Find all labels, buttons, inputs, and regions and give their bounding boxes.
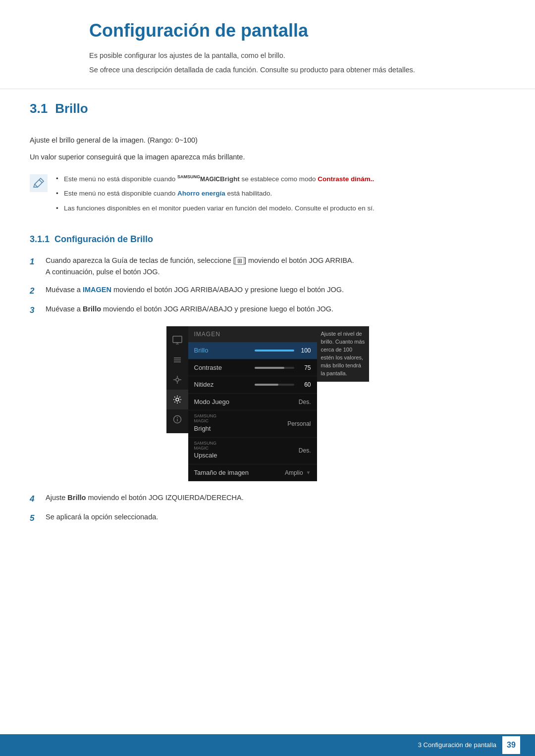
- svg-rect-0: [30, 174, 48, 192]
- step-2: 2 Muévase a IMAGEN moviendo el botón JOG…: [30, 284, 505, 298]
- sidebar-icons: [166, 326, 188, 433]
- sidebar-icon-crosshair: [166, 370, 188, 390]
- page-footer: 3 Configuración de pantalla 39: [0, 734, 535, 756]
- menu-header: IMAGEN: [188, 326, 317, 342]
- chapter-title: Configuración de pantalla: [89, 17, 505, 44]
- menu-panel: IMAGEN Brillo 100 Contraste: [188, 326, 317, 481]
- menu-row-tamano: Tamaño de imagen Amplio ▼: [188, 464, 317, 482]
- contraste-bar: [255, 367, 294, 369]
- sidebar-icon-gear: [166, 390, 188, 409]
- note-item-3: Las funciones disponibles en el monitor …: [55, 203, 505, 214]
- menu-row-nitidez: Nitidez 60: [188, 376, 317, 394]
- section-31-text2: Un valor superior conseguirá que la imag…: [30, 151, 505, 163]
- menu-wrapper: IMAGEN Brillo 100 Contraste: [166, 326, 369, 481]
- note-icon: [30, 174, 48, 192]
- chapter-desc2: Se ofrece una descripción detallada de c…: [89, 64, 505, 76]
- svg-point-14: [176, 398, 179, 401]
- note-item-1: Este menú no está disponible cuando SAMS…: [55, 173, 505, 184]
- notes-container: Este menú no está disponible cuando SAMS…: [30, 173, 505, 217]
- section-31-text1: Ajuste el brillo general de la imagen. (…: [30, 135, 505, 147]
- steps-list: 1 Cuando aparezca la Guía de teclas de f…: [30, 255, 505, 317]
- menu-row-magic-upscale: SAMSUNGMAGICUpscale Des.: [188, 438, 317, 464]
- menu-row-modo-juego: Modo Juego Des.: [188, 394, 317, 411]
- chapter-desc1: Es posible configurar los ajustes de la …: [89, 50, 505, 61]
- menu-tooltip: Ajuste el nivel de brillo. Cuanto más ce…: [317, 326, 369, 382]
- step-3: 3 Muévase a Brillo moviendo el botón JOG…: [30, 303, 505, 317]
- step-4: 4 Ajuste Brillo moviendo el botón JOG IZ…: [30, 492, 505, 505]
- step-1: 1 Cuando aparezca la Guía de teclas de f…: [30, 255, 505, 279]
- footer-page-number: 39: [502, 736, 520, 754]
- svg-rect-2: [173, 336, 182, 343]
- sidebar-icon-info: [166, 409, 188, 429]
- down-arrow-icon: ▼: [306, 469, 311, 476]
- chapter-header: 3 Configuración de pantalla Es posible c…: [0, 0, 535, 89]
- brillo-bar: [255, 350, 294, 352]
- note-item-2: Este menú no está disponible cuando Ahor…: [55, 188, 505, 199]
- chapter-title-area: Configuración de pantalla Es posible con…: [89, 15, 505, 79]
- nitidez-bar: [255, 384, 294, 386]
- main-content: 3.1Brillo Ajuste el brillo general de la…: [0, 99, 535, 570]
- svg-point-17: [177, 417, 178, 418]
- menu-screenshot: IMAGEN Brillo 100 Contraste: [30, 326, 505, 481]
- section-31-title: 3.1Brillo: [30, 99, 505, 122]
- svg-point-9: [176, 378, 179, 381]
- sidebar-icon-lines: [166, 350, 188, 370]
- menu-row-magic-bright: SAMSUNGMAGICBright Personal: [188, 410, 317, 437]
- footer-chapter-text: 3 Configuración de pantalla: [418, 740, 496, 750]
- chapter-number: 3: [20, 15, 74, 69]
- subsection-311-title: 3.1.1 Configuración de Brillo: [30, 233, 505, 246]
- menu-row-contraste: Contraste 75: [188, 359, 317, 377]
- notes-list: Este menú no está disponible cuando SAMS…: [55, 173, 505, 217]
- steps-list-cont: 4 Ajuste Brillo moviendo el botón JOG IZ…: [30, 492, 505, 524]
- step-5: 5 Se aplicará la opción seleccionada.: [30, 511, 505, 525]
- menu-row-brillo: Brillo 100: [188, 342, 317, 359]
- sidebar-icon-monitor: [166, 330, 188, 350]
